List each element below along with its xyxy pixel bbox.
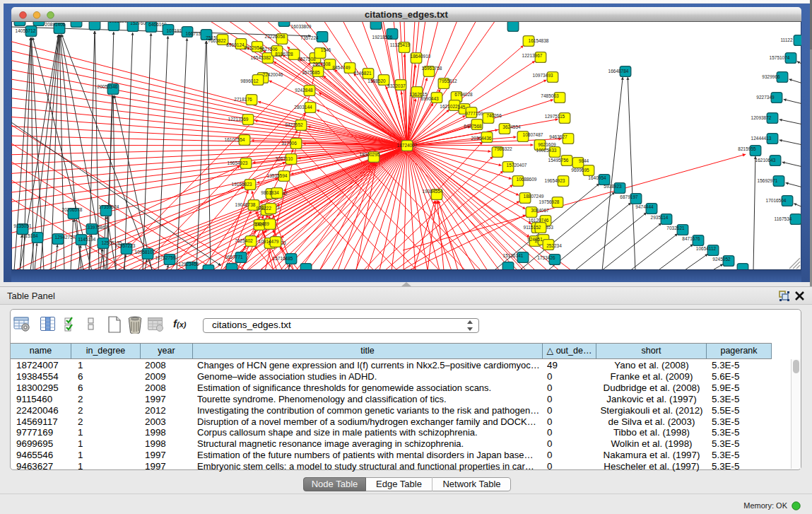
svg-text:9627508: 9627508 (298, 57, 316, 62)
svg-text:12093872: 12093872 (751, 115, 772, 120)
svg-text:990489: 990489 (254, 221, 269, 226)
svg-text:317006: 317006 (281, 141, 297, 146)
svg-text:9135051: 9135051 (13, 223, 32, 228)
svg-text:10958107: 10958107 (135, 250, 155, 255)
svg-text:9621609: 9621609 (538, 142, 556, 147)
svg-text:16543382: 16543382 (251, 55, 271, 60)
svg-text:12942757: 12942757 (55, 235, 76, 240)
svg-text:11325419: 11325419 (390, 42, 411, 47)
svg-text:12213369: 12213369 (228, 117, 249, 122)
svg-text:6879197: 6879197 (620, 194, 638, 199)
svg-text:16154838: 16154838 (529, 38, 549, 43)
svg-text:33975867: 33975867 (88, 225, 108, 230)
svg-text:10025433: 10025433 (536, 148, 557, 153)
svg-text:7986322: 7986322 (494, 146, 512, 151)
svg-text:7032621: 7032621 (666, 226, 685, 230)
svg-text:16033809: 16033809 (291, 24, 312, 29)
svg-text:7357224: 7357224 (300, 35, 319, 40)
svg-text:1546: 1546 (321, 47, 331, 52)
svg-text:15495756: 15495756 (548, 158, 569, 163)
svg-text:1167534: 1167534 (775, 216, 792, 221)
svg-text:8960124: 8960124 (226, 42, 245, 47)
svg-text:17016504: 17016504 (766, 198, 787, 203)
svg-text:2087682: 2087682 (505, 22, 524, 23)
svg-text:7485063: 7485063 (541, 93, 559, 98)
svg-text:9627506: 9627506 (259, 47, 278, 52)
svg-text:9896012: 9896012 (240, 78, 259, 83)
svg-text:12923466: 12923466 (179, 262, 199, 267)
svg-text:9463627: 9463627 (549, 134, 567, 139)
svg-text:17359924: 17359924 (99, 204, 119, 209)
svg-text:17957223: 17957223 (115, 243, 136, 248)
svg-text:7955812: 7955812 (439, 78, 457, 83)
svg-text:10973493: 10973493 (533, 73, 553, 78)
svg-text:1733426: 1733426 (537, 255, 555, 260)
svg-text:13535594: 13535594 (267, 173, 288, 178)
svg-text:9245052: 9245052 (712, 257, 731, 262)
svg-text:22420046: 22420046 (263, 72, 283, 77)
svg-text:15716485: 15716485 (273, 256, 293, 261)
svg-text:19166823: 19166823 (232, 182, 252, 187)
svg-text:7625402: 7625402 (235, 238, 253, 243)
svg-text:15136141: 15136141 (503, 253, 524, 258)
svg-text:10853287: 10853287 (110, 22, 130, 23)
svg-text:18300295: 18300295 (360, 152, 380, 157)
svg-text:12213967: 12213967 (522, 53, 543, 58)
svg-text:345: 345 (458, 105, 466, 110)
svg-text:2803144: 2803144 (294, 105, 312, 110)
svg-text:2935114: 2935114 (651, 215, 669, 220)
svg-text:15692971: 15692971 (758, 178, 778, 183)
svg-text:16107554: 16107554 (225, 137, 245, 142)
svg-text:16210643: 16210643 (755, 158, 776, 163)
svg-text:978222: 978222 (256, 206, 271, 211)
svg-text:9242848: 9242848 (295, 88, 313, 93)
svg-text:2718176: 2718176 (234, 97, 252, 102)
svg-text:746266: 746266 (486, 113, 502, 118)
svg-text:15720407: 15720407 (507, 163, 527, 168)
svg-text:9867834: 9867834 (261, 190, 279, 195)
svg-text:11122: 11122 (780, 37, 792, 42)
svg-text:14055712: 14055712 (16, 28, 36, 33)
svg-text:8322037: 8322037 (387, 83, 406, 88)
svg-text:3675685: 3675685 (302, 70, 320, 75)
svg-text:9777169: 9777169 (465, 111, 483, 116)
svg-text:3267110: 3267110 (276, 156, 293, 161)
svg-text:8990443: 8990443 (420, 96, 439, 101)
svg-text:12444413: 12444413 (751, 136, 772, 141)
svg-text:8454749: 8454749 (332, 65, 351, 70)
svg-text:16648784: 16648784 (608, 69, 629, 74)
svg-text:16782759: 16782759 (155, 255, 176, 260)
svg-text:20364436: 20364436 (471, 136, 492, 141)
svg-text:7663822: 7663822 (208, 38, 226, 43)
svg-text:10914479: 10914479 (259, 239, 279, 244)
svg-text:9699695: 9699695 (571, 168, 589, 173)
svg-text:18724007: 18724007 (397, 143, 418, 148)
svg-text:9329966: 9329966 (762, 74, 780, 79)
svg-text:15751074: 15751074 (770, 55, 790, 60)
svg-text:5938923: 5938923 (604, 184, 622, 189)
svg-text:10688609: 10688609 (517, 177, 537, 182)
svg-text:10654112: 10654112 (696, 246, 717, 251)
svg-text:20891406: 20891406 (45, 22, 66, 27)
svg-text:6497568: 6497568 (464, 124, 482, 129)
svg-text:1145194: 1145194 (78, 237, 96, 242)
svg-text:8471676: 8471676 (682, 236, 700, 241)
svg-text:19756928: 19756928 (539, 199, 560, 204)
svg-text:19384554: 19384554 (423, 189, 443, 194)
svg-text:10807487: 10807487 (523, 132, 543, 137)
svg-text:16961758: 16961758 (422, 66, 442, 71)
svg-text:8186328: 8186328 (275, 52, 293, 57)
svg-text:3084067: 3084067 (531, 208, 549, 213)
svg-text:8215955: 8215955 (738, 146, 756, 151)
svg-text:20053346: 20053346 (98, 84, 118, 89)
svg-text:3915184: 3915184 (20, 233, 38, 238)
svg-text:9474444: 9474444 (635, 204, 654, 209)
svg-text:252234: 252234 (546, 243, 562, 248)
svg-text:23226058: 23226058 (265, 34, 286, 39)
svg-text:3624554: 3624554 (502, 124, 521, 129)
svg-text:19654923: 19654923 (228, 160, 248, 165)
svg-text:9146821: 9146821 (353, 71, 372, 76)
svg-text:18807249: 18807249 (524, 194, 544, 199)
svg-text:1621022: 1621022 (440, 104, 458, 109)
svg-text:924851: 924851 (527, 237, 543, 242)
